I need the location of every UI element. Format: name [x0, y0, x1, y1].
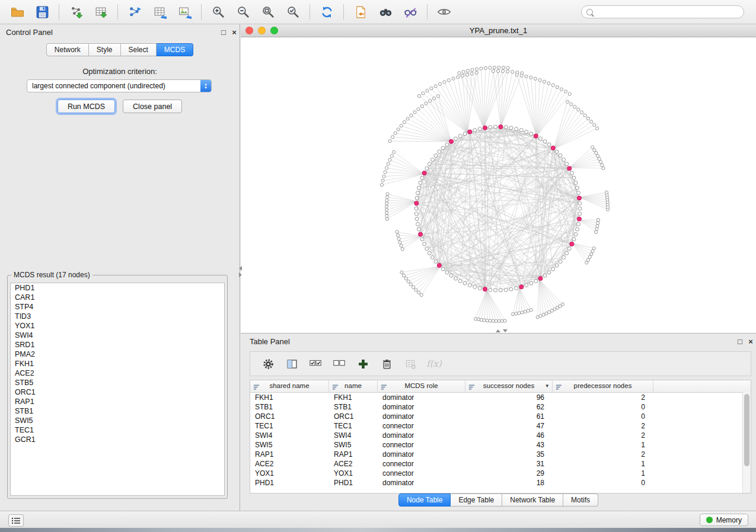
- column-header-name[interactable]: name: [329, 380, 378, 392]
- table-row[interactable]: STB1STB1dominator620: [250, 402, 751, 412]
- run-mcds-button[interactable]: Run MCDS: [58, 100, 115, 113]
- select-all-rows-button[interactable]: [305, 354, 326, 373]
- column-header-mcds-role[interactable]: MCDS role: [378, 380, 465, 392]
- float-panel-icon[interactable]: □: [218, 28, 229, 37]
- mcds-result-item[interactable]: TEC1: [11, 425, 224, 435]
- toggle-visibility-button[interactable]: [433, 2, 455, 21]
- tab-motifs[interactable]: Motifs: [563, 493, 598, 507]
- settings-gear-button[interactable]: [257, 354, 279, 373]
- mcds-result-item[interactable]: SRD1: [11, 340, 224, 350]
- columns-icon: [286, 358, 298, 370]
- table-row[interactable]: TEC1TEC1connector472: [250, 421, 751, 431]
- search-input[interactable]: [593, 8, 744, 16]
- style-tool-button[interactable]: [400, 2, 421, 21]
- function-icon: f(x): [426, 358, 442, 369]
- mcds-result-item[interactable]: YOX1: [11, 321, 224, 331]
- deselect-all-rows-button[interactable]: [328, 354, 350, 373]
- zoom-selected-button[interactable]: [282, 2, 304, 21]
- mcds-result-item[interactable]: ORC1: [11, 387, 224, 397]
- table-cell: RAP1: [329, 450, 378, 459]
- tab-edge-table[interactable]: Edge Table: [451, 493, 502, 507]
- network-titlebar: YPA_prune.txt_1: [241, 24, 756, 37]
- table-close-panel-icon[interactable]: ×: [745, 337, 756, 346]
- add-column-button[interactable]: [352, 354, 374, 373]
- table-row[interactable]: PHD1PHD1dominator180: [250, 478, 751, 488]
- mcds-result-item[interactable]: STB1: [11, 406, 224, 416]
- panel-menu-button[interactable]: [8, 514, 24, 527]
- zoom-out-button[interactable]: [232, 2, 254, 21]
- criterion-dropdown[interactable]: largest connected component (undirected)…: [27, 79, 212, 92]
- table-cell: 18: [465, 478, 553, 488]
- import-table-button[interactable]: [90, 2, 111, 21]
- mcds-result-item[interactable]: ACE2: [11, 368, 224, 378]
- mcds-result-item[interactable]: PMA2: [11, 350, 224, 359]
- vertical-splitter-handle[interactable]: [238, 264, 243, 279]
- mcds-result-item[interactable]: FKH1: [11, 359, 224, 368]
- table-cell: 0: [553, 412, 653, 421]
- network-search-button[interactable]: [375, 2, 396, 21]
- column-header-shared-name[interactable]: shared name: [250, 380, 329, 392]
- share-document-button[interactable]: [350, 2, 371, 21]
- table-row[interactable]: YOX1YOX1connector291: [250, 469, 751, 478]
- document-share-icon: [353, 5, 368, 20]
- mcds-result-item[interactable]: GCR1: [11, 435, 224, 444]
- column-header-successor-nodes[interactable]: successor nodes▾: [465, 380, 553, 392]
- tab-network[interactable]: Network: [46, 43, 89, 56]
- mcds-result-item[interactable]: STB5: [11, 378, 224, 387]
- refresh-layout-button[interactable]: [316, 2, 337, 21]
- table-cell: 43: [465, 440, 553, 450]
- import-network-button[interactable]: [65, 2, 87, 21]
- search-field[interactable]: [581, 5, 744, 18]
- mcds-result-item[interactable]: CAR1: [11, 293, 224, 302]
- scrollbar-thumb[interactable]: [744, 394, 749, 466]
- table-row[interactable]: ACE2ACE2connector311: [250, 459, 751, 469]
- table-row[interactable]: ORC1ORC1dominator610: [250, 412, 751, 421]
- main-toolbar: [0, 0, 756, 24]
- mcds-result-item[interactable]: STP4: [11, 302, 224, 312]
- mcds-result-item[interactable]: SWI5: [11, 416, 224, 425]
- table-scrollbar[interactable]: [742, 392, 751, 493]
- zoom-fit-button[interactable]: [257, 2, 279, 21]
- tab-mcds[interactable]: MCDS: [157, 43, 193, 56]
- tab-node-table[interactable]: Node Table: [398, 493, 451, 507]
- select-all-icon: [309, 357, 322, 370]
- zoom-in-button[interactable]: [208, 2, 229, 21]
- export-image-button[interactable]: [174, 2, 195, 21]
- delete-column-button[interactable]: [376, 354, 397, 373]
- tab-network-table[interactable]: Network Table: [502, 493, 563, 507]
- save-icon: [35, 5, 50, 20]
- table-cell: 47: [465, 421, 553, 431]
- open-folder-button[interactable]: [7, 2, 28, 21]
- network-view-window[interactable]: YPA_prune.txt_1: [241, 24, 756, 333]
- export-table-button[interactable]: [149, 2, 170, 21]
- column-label: predecessor nodes: [574, 382, 632, 389]
- network-canvas[interactable]: [241, 37, 756, 333]
- close-panel-icon[interactable]: ×: [229, 28, 240, 37]
- memory-button[interactable]: Memory: [700, 514, 748, 526]
- table-row[interactable]: FKH1FKH1dominator962: [250, 393, 751, 402]
- table-float-panel-icon[interactable]: □: [735, 337, 745, 346]
- tab-select[interactable]: Select: [121, 43, 157, 56]
- network-window-title: YPA_prune.txt_1: [241, 26, 756, 35]
- export-network-button[interactable]: [124, 2, 145, 21]
- table-row[interactable]: SWI4SWI4dominator462: [250, 431, 751, 440]
- horizontal-splitter-handle[interactable]: [496, 329, 508, 332]
- show-columns-button[interactable]: [281, 354, 302, 373]
- toolbar-separator: [310, 4, 310, 20]
- column-header-predecessor-nodes[interactable]: predecessor nodes: [553, 380, 653, 392]
- table-cell: YOX1: [250, 469, 329, 478]
- deselect-all-icon: [333, 357, 346, 370]
- close-mcds-panel-button[interactable]: Close panel: [123, 100, 182, 113]
- column-header-filler: [653, 380, 751, 392]
- save-session-button[interactable]: [31, 2, 53, 21]
- table-cell: 2: [553, 421, 653, 431]
- main-area: Control Panel □ × NetworkStyleSelectMCDS…: [0, 24, 756, 511]
- mcds-result-item[interactable]: RAP1: [11, 397, 224, 406]
- table-row[interactable]: RAP1RAP1dominator352: [250, 450, 751, 459]
- mcds-result-item[interactable]: SWI4: [11, 331, 224, 340]
- mcds-result-list[interactable]: PHD1CAR1STP4TID3YOX1SWI4SRD1PMA2FKH1ACE2…: [10, 283, 225, 496]
- table-row[interactable]: SWI5SWI5connector431: [250, 440, 751, 450]
- mcds-result-item[interactable]: PHD1: [11, 283, 224, 293]
- mcds-result-item[interactable]: TID3: [11, 312, 224, 321]
- tab-style[interactable]: Style: [89, 43, 121, 56]
